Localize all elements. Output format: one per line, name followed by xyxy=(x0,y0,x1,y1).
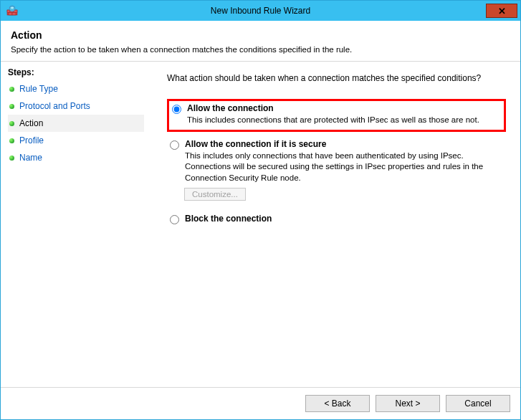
page-title: Action xyxy=(11,29,510,41)
bullet-icon xyxy=(9,121,14,126)
step-rule-type[interactable]: Rule Type xyxy=(8,80,144,97)
cancel-button[interactable]: Cancel xyxy=(446,395,510,412)
option-allow-if-secure: Allow the connection if it is secure Thi… xyxy=(167,135,506,207)
content-pane: What action should be taken when a conne… xyxy=(144,62,520,387)
svg-rect-1 xyxy=(7,10,10,13)
window-title: New Inbound Rule Wizard xyxy=(211,6,310,16)
step-name[interactable]: Name xyxy=(8,149,144,166)
option-title: Block the connection xyxy=(185,214,502,224)
close-button[interactable]: ✕ xyxy=(486,4,517,18)
action-prompt: What action should be taken when a conne… xyxy=(167,73,506,83)
wizard-body: Steps: Rule Type Protocol and Ports Acti… xyxy=(1,62,520,387)
radio-allow-if-secure[interactable] xyxy=(170,140,179,150)
option-title: Allow the connection if it is secure xyxy=(185,139,502,149)
option-desc: This includes only connections that have… xyxy=(185,151,502,184)
wizard-header: Action Specify the action to be taken wh… xyxy=(1,21,520,62)
radio-block-connection[interactable] xyxy=(170,215,179,224)
step-protocol-and-ports[interactable]: Protocol and Ports xyxy=(8,97,144,115)
option-body: Allow the connection if it is secure Thi… xyxy=(185,139,502,184)
step-action[interactable]: Action xyxy=(8,115,144,132)
step-label: Action xyxy=(19,118,43,128)
wizard-footer: < Back Next > Cancel xyxy=(1,387,520,419)
next-button[interactable]: Next > xyxy=(376,395,440,412)
bullet-icon xyxy=(9,87,14,92)
firewall-icon xyxy=(6,5,18,16)
wizard-window: New Inbound Rule Wizard ✕ Action Specify… xyxy=(0,0,521,420)
step-profile[interactable]: Profile xyxy=(8,132,144,149)
svg-rect-5 xyxy=(12,13,16,16)
bullet-icon xyxy=(9,104,14,109)
customize-button: Customize... xyxy=(184,188,246,201)
page-subtitle: Specify the action to be taken when a co… xyxy=(11,45,510,54)
title-bar: New Inbound Rule Wizard ✕ xyxy=(1,1,520,21)
option-body: Block the connection xyxy=(185,214,502,225)
steps-sidebar: Steps: Rule Type Protocol and Ports Acti… xyxy=(1,62,144,387)
option-allow-connection: Allow the connection This includes conne… xyxy=(167,99,506,132)
option-block-connection: Block the connection xyxy=(167,209,506,231)
step-label: Protocol and Ports xyxy=(19,101,90,111)
radio-allow-connection[interactable] xyxy=(172,105,181,114)
step-label: Profile xyxy=(19,135,44,145)
bullet-icon xyxy=(9,156,14,161)
close-icon: ✕ xyxy=(498,6,506,16)
step-label: Rule Type xyxy=(19,84,58,94)
step-label: Name xyxy=(19,153,42,163)
bullet-icon xyxy=(9,138,14,143)
steps-heading: Steps: xyxy=(8,67,144,77)
svg-rect-4 xyxy=(9,13,12,16)
option-title: Allow the connection xyxy=(187,103,502,113)
option-desc: This includes connections that are prote… xyxy=(187,115,502,126)
option-body: Allow the connection This includes conne… xyxy=(187,103,502,126)
back-button[interactable]: < Back xyxy=(305,395,370,412)
